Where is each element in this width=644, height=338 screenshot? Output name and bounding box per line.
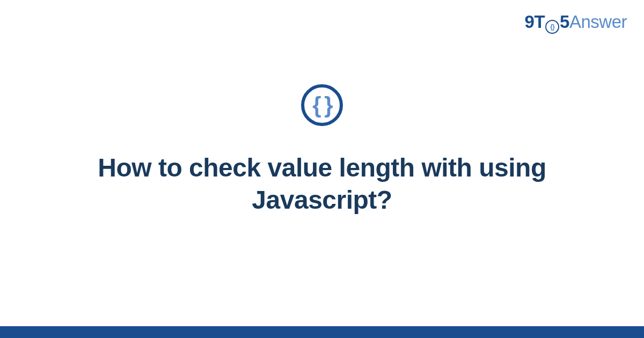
footer-bar: [0, 326, 644, 338]
main-content: { } How to check value length with using…: [0, 0, 644, 338]
braces-icon: { }: [312, 94, 331, 116]
category-icon: { }: [301, 84, 343, 126]
question-title: How to check value length with using Jav…: [80, 152, 564, 216]
